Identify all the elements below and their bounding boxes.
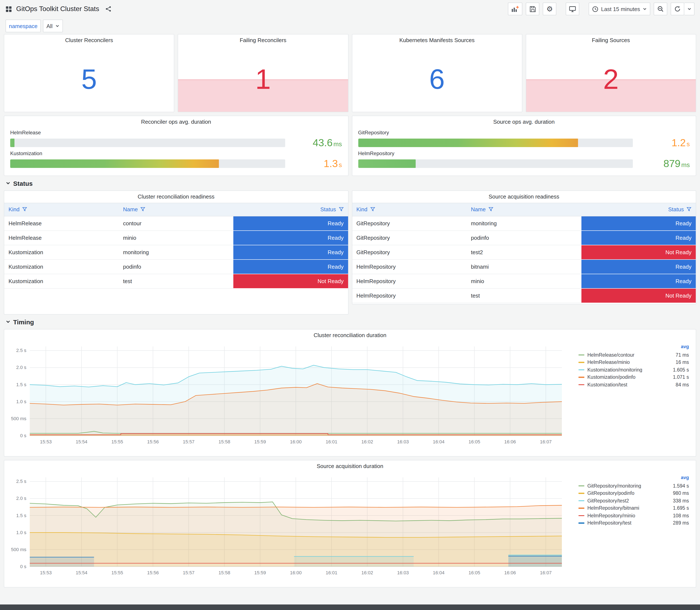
dashboard-grid-icon bbox=[5, 6, 12, 12]
gauge-body: GitRepository1.2sHelmRepository879ms bbox=[352, 130, 696, 174]
gauge-metric-label: HelmRepository bbox=[358, 150, 690, 157]
section-status-label: Status bbox=[13, 180, 33, 187]
section-timing[interactable]: Timing bbox=[4, 315, 696, 329]
add-panel-button[interactable] bbox=[508, 2, 522, 15]
dashboard-settings-button[interactable]: ⚙ bbox=[543, 2, 556, 15]
cluster-reconciliation-duration-svg: 15:5315:5415:5515:5615:5715:5815:5916:00… bbox=[5, 342, 566, 447]
table-row: HelmReleasecontourReady bbox=[4, 216, 348, 230]
filter-icon[interactable] bbox=[488, 207, 493, 213]
legend-series-swatch bbox=[579, 493, 584, 494]
panel-title[interactable]: Cluster reconciliation readiness bbox=[4, 191, 348, 203]
filter-icon[interactable] bbox=[22, 207, 27, 213]
legend-series-swatch bbox=[579, 515, 584, 516]
chart-panel-cluster-reconciliation-duration: Cluster reconciliation duration15:5315:5… bbox=[4, 329, 696, 456]
panel-title[interactable]: Kubernetes Manifests Sources bbox=[352, 34, 522, 46]
legend-series-name[interactable]: GitRepository/podinfo bbox=[587, 491, 673, 496]
legend-series-name[interactable]: HelmRepository/bitnami bbox=[587, 505, 673, 511]
column-header-kind[interactable]: Kind bbox=[4, 203, 119, 216]
table-row: HelmRepositorytestNot Ready bbox=[352, 288, 696, 303]
panel-title[interactable]: Failing Reconcilers bbox=[178, 34, 348, 46]
table-row: GitRepositorymonitoringReady bbox=[352, 216, 696, 230]
share-icon[interactable] bbox=[103, 2, 114, 15]
svg-text:15:56: 15:56 bbox=[147, 570, 159, 575]
variable-value-text: All bbox=[46, 23, 52, 29]
bottom-edge-bar bbox=[0, 605, 700, 610]
dashboard-header: GitOps Toolkit Cluster Stats ⚙ bbox=[4, 0, 696, 18]
dashboard-title: GitOps Toolkit Cluster Stats bbox=[16, 5, 99, 13]
legend-series-avg: 1.695 s bbox=[673, 505, 689, 511]
variable-label-namespace[interactable]: namespace bbox=[5, 19, 41, 32]
legend-series-name[interactable]: Kustomization/test bbox=[587, 382, 675, 387]
column-header-name[interactable]: Name bbox=[119, 203, 233, 216]
table-panel-source-acquisition-readiness: Source acquisition readinessKindNameStat… bbox=[352, 190, 696, 304]
time-series-plot: 15:5315:5415:5515:5615:5715:5815:5916:00… bbox=[5, 473, 577, 579]
chevron-down-icon bbox=[5, 181, 11, 186]
refresh-interval-dropdown[interactable] bbox=[684, 2, 695, 15]
legend-series-name[interactable]: GitRepository/test2 bbox=[587, 498, 673, 503]
legend-series-swatch bbox=[579, 384, 584, 385]
chart-legend: avgHelmRelease/contour71 msHelmRelease/m… bbox=[577, 342, 694, 448]
chart-body: 15:5315:5415:5515:5615:5715:5815:5916:00… bbox=[4, 472, 696, 579]
readiness-table: KindNameStatusGitRepositorymonitoringRea… bbox=[352, 203, 696, 303]
gauge-metric-label: GitRepository bbox=[358, 130, 690, 135]
charts-stack: Cluster reconciliation duration15:5315:5… bbox=[4, 329, 696, 588]
filter-icon[interactable] bbox=[339, 207, 344, 213]
panel-title[interactable]: Cluster Reconcilers bbox=[4, 34, 174, 46]
svg-text:0 s: 0 s bbox=[20, 433, 26, 438]
cell-name: test bbox=[467, 288, 581, 303]
legend-series-avg: 16 ms bbox=[675, 360, 689, 365]
legend-avg-header: avg bbox=[579, 475, 689, 482]
filter-icon[interactable] bbox=[140, 207, 145, 213]
panel-title[interactable]: Cluster reconciliation duration bbox=[4, 330, 696, 341]
legend-item: HelmRepository/test289 ms bbox=[579, 519, 689, 527]
save-dashboard-button[interactable] bbox=[526, 2, 539, 15]
legend-series-name[interactable]: HelmRepository/test bbox=[587, 520, 673, 526]
section-status[interactable]: Status bbox=[4, 176, 696, 190]
cell-status: Ready bbox=[233, 245, 348, 259]
panel-title[interactable]: Source acquisition readiness bbox=[352, 191, 696, 203]
column-header-status[interactable]: Status bbox=[233, 203, 348, 216]
legend-series-name[interactable]: HelmRelease/minio bbox=[587, 360, 675, 365]
svg-text:0 s: 0 s bbox=[20, 564, 26, 569]
bar-gauge-track bbox=[10, 139, 285, 147]
panel-title[interactable]: Source ops avg. duration bbox=[352, 116, 696, 128]
cell-status: Not Ready bbox=[581, 245, 696, 259]
legend-item: Kustomization/test84 ms bbox=[579, 381, 689, 388]
cell-kind: HelmRepository bbox=[352, 259, 467, 274]
column-header-kind[interactable]: Kind bbox=[352, 203, 467, 216]
legend-series-swatch bbox=[579, 376, 584, 378]
panel-title[interactable]: Reconciler ops avg. duration bbox=[4, 116, 348, 128]
cycle-view-mode-button[interactable] bbox=[566, 2, 579, 15]
legend-series-avg: 108 ms bbox=[673, 513, 689, 518]
svg-text:16:03: 16:03 bbox=[397, 570, 409, 575]
legend-series-name[interactable]: HelmRelease/contour bbox=[587, 352, 675, 357]
legend-series-name[interactable]: HelmRepository/minio bbox=[587, 513, 673, 518]
gauge-metric-label: HelmRelease bbox=[10, 130, 342, 135]
cell-kind: GitRepository bbox=[352, 216, 467, 230]
refresh-button[interactable] bbox=[671, 2, 684, 15]
bar-gauge-fill bbox=[358, 159, 416, 168]
legend-series-name[interactable]: GitRepository/monitoring bbox=[587, 483, 673, 488]
zoom-out-button[interactable] bbox=[654, 2, 667, 15]
stat-panel-cluster-reconcilers: Cluster Reconcilers5 bbox=[4, 34, 175, 112]
panel-title[interactable]: Source acquisition duration bbox=[4, 460, 696, 472]
legend-item: Kustomization/podinfo1.071 s bbox=[579, 373, 689, 381]
legend-item: GitRepository/podinfo980 ms bbox=[579, 489, 689, 497]
panel-title[interactable]: Failing Sources bbox=[526, 34, 696, 46]
column-header-name[interactable]: Name bbox=[467, 203, 581, 216]
dashboard-page: GitOps Toolkit Cluster Stats ⚙ bbox=[0, 0, 700, 605]
svg-text:16:06: 16:06 bbox=[504, 439, 516, 445]
table-row: GitRepositorypodinfoReady bbox=[352, 230, 696, 245]
column-header-status[interactable]: Status bbox=[581, 203, 696, 216]
filter-icon[interactable] bbox=[686, 207, 691, 213]
time-range-picker[interactable]: Last 15 minutes bbox=[589, 2, 650, 15]
filter-icon[interactable] bbox=[370, 207, 375, 213]
bar-gauge-track bbox=[358, 139, 633, 147]
gauge-row: 1.3s bbox=[10, 158, 342, 170]
variable-value-dropdown[interactable]: All bbox=[43, 19, 63, 32]
cell-name: test bbox=[119, 274, 233, 288]
legend-series-name[interactable]: Kustomization/monitoring bbox=[587, 367, 673, 372]
legend-series-name[interactable]: Kustomization/podinfo bbox=[587, 375, 673, 380]
svg-text:16:01: 16:01 bbox=[326, 570, 338, 575]
cell-name: minio bbox=[467, 274, 581, 288]
